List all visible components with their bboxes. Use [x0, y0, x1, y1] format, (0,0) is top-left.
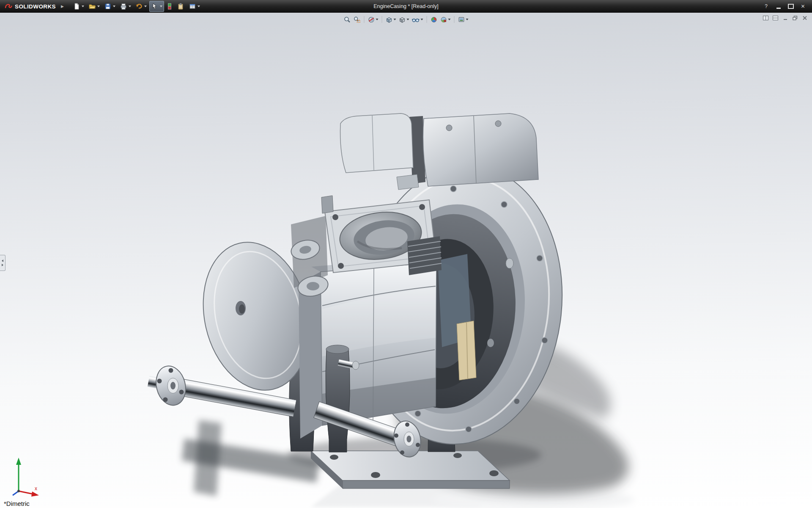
select-cursor-icon: [151, 3, 159, 10]
headsup-separator: [454, 16, 455, 23]
clipboard-button[interactable]: [175, 1, 186, 12]
doc-minimize-button[interactable]: [781, 14, 789, 21]
section-view-caret[interactable]: [376, 19, 379, 20]
heads-up-toolbar: [343, 15, 470, 24]
headsup-separator: [427, 16, 427, 23]
pane-toggle-icon-1: [763, 16, 768, 20]
view-orientation-label: *Dimetric: [4, 500, 30, 507]
triad-x-label: x: [35, 486, 37, 491]
selection-filter-button[interactable]: [165, 1, 174, 12]
titlebar: SOLIDWORKS ▶: [0, 0, 812, 13]
headsup-separator: [382, 16, 382, 23]
open-button[interactable]: [87, 1, 102, 12]
view-settings-button[interactable]: [457, 15, 470, 24]
hide-show-items-button[interactable]: [411, 15, 425, 24]
minimize-icon: [776, 8, 781, 9]
view-settings-icon: [458, 16, 465, 23]
options-button[interactable]: [187, 1, 202, 12]
help-button[interactable]: ?: [760, 2, 772, 11]
title-toolbar: [71, 0, 202, 13]
model-3d-view[interactable]: [0, 13, 812, 508]
select-button[interactable]: [149, 1, 164, 12]
save-dropdown-caret[interactable]: [113, 6, 115, 7]
doc-close-button[interactable]: [801, 14, 809, 21]
edit-appearance-sphere-icon: [431, 16, 438, 23]
section-view-icon: [368, 16, 375, 23]
document-window-controls: [762, 14, 809, 21]
maximize-icon: [788, 4, 794, 9]
maximize-button[interactable]: [785, 2, 796, 11]
print-dropdown-caret[interactable]: [129, 6, 131, 7]
doc-close-icon: [802, 16, 807, 20]
zoom-to-fit-icon: [344, 16, 351, 23]
apply-scene-button[interactable]: [439, 15, 452, 24]
edit-appearance-button[interactable]: [429, 15, 439, 24]
top-covers: [340, 113, 538, 190]
cooling-fins: [407, 236, 442, 275]
view-orientation-caret[interactable]: [394, 19, 396, 20]
print-icon: [120, 3, 127, 10]
options-dropdown-caret[interactable]: [198, 6, 200, 7]
panel-splitter-tab[interactable]: [0, 255, 5, 271]
splitter-right-arrow-icon: [2, 264, 3, 266]
app-brand: SOLIDWORKS: [0, 3, 58, 10]
doc-restore-icon: [793, 16, 798, 20]
open-dropdown-caret[interactable]: [97, 6, 100, 7]
window-controls: ? ✕: [760, 2, 812, 11]
graphics-viewport[interactable]: x *Dimetric: [0, 13, 812, 508]
selection-filter-icon: [167, 3, 173, 10]
headsup-separator: [364, 16, 365, 23]
doc-restore-button[interactable]: [791, 14, 799, 21]
view-settings-caret[interactable]: [466, 19, 469, 20]
zoom-to-area-button[interactable]: [352, 15, 362, 24]
app-brand-name: SOLIDWORKS: [15, 3, 56, 10]
new-button[interactable]: [71, 1, 86, 12]
clipboard-icon: [177, 3, 184, 10]
save-button[interactable]: [102, 1, 117, 12]
new-file-icon: [73, 3, 80, 10]
undo-button[interactable]: [134, 1, 148, 12]
apply-scene-caret[interactable]: [448, 19, 451, 20]
manifold-lugs: [289, 216, 330, 299]
minimize-button[interactable]: [773, 2, 784, 11]
apply-scene-icon: [440, 16, 447, 23]
menu-flyout-arrow[interactable]: ▶: [61, 4, 64, 8]
display-style-cube-icon: [399, 16, 406, 23]
undo-icon: [135, 3, 143, 10]
view-orientation-cube-icon: [386, 16, 393, 23]
solidworks-logo-icon: [4, 3, 13, 10]
orientation-triad: x: [8, 456, 43, 497]
display-style-caret[interactable]: [407, 19, 409, 20]
print-button[interactable]: [118, 1, 133, 12]
pane-toggle-icon-2: [773, 16, 778, 20]
section-view-button[interactable]: [367, 15, 380, 24]
hide-show-items-caret[interactable]: [421, 19, 423, 20]
new-dropdown-caret[interactable]: [82, 6, 84, 7]
hide-show-glasses-icon: [412, 16, 420, 23]
splitter-left-arrow-icon: [2, 260, 3, 262]
open-folder-icon: [88, 3, 96, 10]
undo-dropdown-caret[interactable]: [144, 6, 147, 7]
close-button[interactable]: ✕: [797, 2, 809, 11]
zoom-to-area-icon: [354, 16, 361, 23]
doc-minimize-icon: [783, 16, 788, 20]
save-icon: [104, 3, 112, 10]
select-dropdown-caret[interactable]: [160, 6, 162, 7]
options-icon: [189, 3, 196, 10]
pane-toggle-button-1[interactable]: [762, 14, 770, 21]
view-orientation-button[interactable]: [384, 15, 398, 24]
display-style-button[interactable]: [398, 15, 411, 24]
zoom-to-fit-button[interactable]: [343, 15, 352, 24]
pane-toggle-button-2[interactable]: [771, 14, 779, 21]
